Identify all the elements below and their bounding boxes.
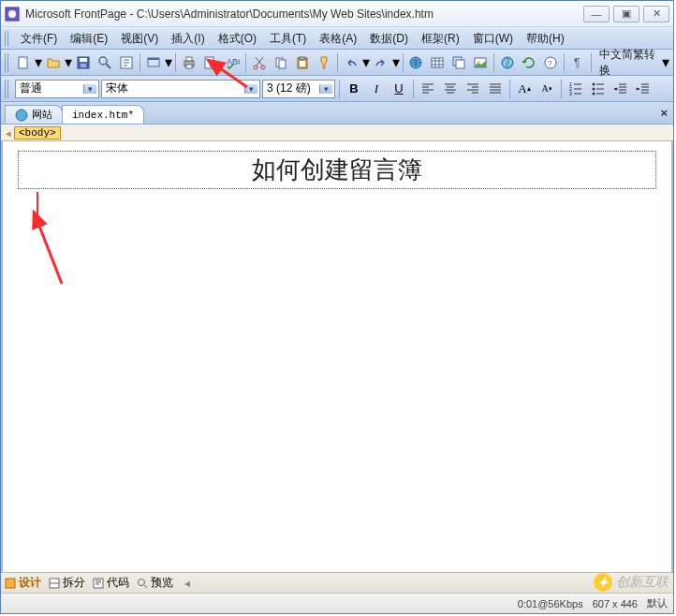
size-dropdown-icon[interactable]: ▾: [319, 84, 332, 94]
close-button[interactable]: ✕: [643, 6, 669, 22]
show-all-button[interactable]: ¶: [567, 52, 588, 73]
search-button[interactable]: [95, 52, 115, 73]
menu-frame[interactable]: 框架(R): [415, 31, 466, 47]
align-right-button[interactable]: [463, 79, 483, 99]
size-combo[interactable]: 3 (12 磅)▾: [262, 80, 335, 98]
insert-picture-button[interactable]: [470, 52, 491, 73]
decrease-font-button[interactable]: A▾: [536, 79, 557, 99]
bullet-list-button[interactable]: [588, 79, 609, 99]
save-button[interactable]: [73, 52, 94, 73]
cn-convert-button[interactable]: 中文简繁转换: [595, 52, 661, 73]
svg-point-6: [99, 57, 107, 65]
insert-layer-button[interactable]: [448, 52, 469, 73]
stop-button[interactable]: ?: [540, 52, 561, 73]
toolbar-separator: [564, 53, 565, 72]
open-dropdown[interactable]: ▾: [65, 53, 72, 71]
svg-text:?: ?: [548, 59, 552, 67]
menu-format[interactable]: 格式(O): [212, 31, 263, 47]
redo-dropdown[interactable]: ▾: [392, 53, 400, 71]
font-dropdown-icon[interactable]: ▾: [244, 84, 257, 94]
svg-rect-10: [148, 58, 159, 60]
view-scroll-left[interactable]: ◂: [184, 577, 190, 590]
tab-close-button[interactable]: ×: [660, 106, 668, 120]
menu-data[interactable]: 数据(D): [363, 31, 415, 47]
minimize-button[interactable]: —: [583, 6, 610, 22]
menubar: 文件(F) 编辑(E) 视图(V) 插入(I) 格式(O) 工具(T) 表格(A…: [1, 27, 673, 50]
spellcheck-button[interactable]: ABC: [222, 52, 242, 73]
menu-insert[interactable]: 插入(I): [165, 31, 211, 47]
preview-dropdown[interactable]: ▾: [165, 53, 172, 71]
numbered-list-button[interactable]: 123: [566, 79, 586, 99]
statusbar: 0:01@56Kbps 607 x 446 默认: [1, 593, 673, 613]
menubar-grip[interactable]: [5, 31, 10, 46]
web-component-button[interactable]: [405, 52, 426, 73]
bold-button[interactable]: B: [344, 79, 364, 99]
increase-font-button[interactable]: A▴: [514, 79, 535, 99]
cut-button[interactable]: [249, 52, 270, 73]
formatting-toolbar: 普通▾ 宋体▾ 3 (12 磅)▾ B I U A▴ A▾ 123: [1, 76, 673, 102]
menu-edit[interactable]: 编辑(E): [64, 31, 114, 47]
menu-window[interactable]: 窗口(W): [466, 31, 520, 47]
tab-index-label: index.htm*: [72, 110, 134, 121]
svg-rect-4: [80, 58, 87, 62]
underline-button[interactable]: U: [389, 79, 409, 99]
view-preview[interactable]: 预览: [137, 575, 173, 591]
view-split-label: 拆分: [63, 575, 85, 591]
svg-text:3: 3: [569, 91, 572, 96]
svg-point-1: [8, 10, 16, 18]
view-design[interactable]: 设计: [5, 575, 41, 591]
preview-browser-button[interactable]: [143, 52, 164, 73]
menu-help[interactable]: 帮助(H): [520, 31, 571, 47]
hyperlink-button[interactable]: [497, 52, 518, 73]
paste-button[interactable]: [292, 52, 313, 73]
view-code[interactable]: 代码: [93, 575, 129, 591]
svg-rect-12: [186, 57, 192, 61]
undo-button[interactable]: [341, 52, 361, 73]
redo-button[interactable]: [371, 52, 391, 73]
style-dropdown-icon[interactable]: ▾: [83, 84, 96, 94]
font-combo[interactable]: 宋体▾: [101, 80, 260, 98]
increase-indent-button[interactable]: [633, 79, 654, 99]
tab-index[interactable]: index.htm*: [62, 105, 144, 124]
view-split[interactable]: 拆分: [49, 575, 85, 591]
toolbar-grip[interactable]: [5, 53, 9, 72]
format-painter-button[interactable]: [314, 52, 334, 73]
align-left-button[interactable]: [418, 79, 438, 99]
tab-website[interactable]: 网站: [5, 105, 63, 124]
annotation-cursor-mark: [37, 192, 38, 220]
insert-table-button[interactable]: [427, 52, 448, 73]
new-dropdown[interactable]: ▾: [35, 53, 42, 71]
format-separator: [561, 80, 562, 98]
align-justify-button[interactable]: [485, 79, 506, 99]
view-design-label: 设计: [19, 575, 41, 591]
standard-toolbar: ▾ ▾ ▾ ABC ▾ ▾ ? ¶ 中文简繁转换▾: [1, 50, 673, 76]
style-combo[interactable]: 普通▾: [15, 80, 99, 98]
menu-file[interactable]: 文件(F): [14, 31, 64, 47]
print-button[interactable]: [179, 52, 199, 73]
publish-button[interactable]: [116, 52, 137, 73]
svg-rect-24: [300, 61, 305, 66]
window-title: Microsoft FrontPage - C:\Users\Administr…: [25, 7, 583, 21]
svg-rect-5: [81, 64, 86, 67]
cn-convert-dropdown[interactable]: ▾: [662, 53, 669, 71]
maximize-button[interactable]: ▣: [613, 6, 639, 22]
format-grip[interactable]: [5, 80, 10, 98]
breadcrumb-back-icon[interactable]: ◂: [3, 127, 14, 139]
menu-table[interactable]: 表格(A): [313, 31, 363, 47]
italic-button[interactable]: I: [366, 79, 387, 99]
menu-tools[interactable]: 工具(T): [263, 31, 313, 47]
new-button[interactable]: [13, 52, 34, 73]
cn-convert-label: 中文简繁转换: [597, 47, 658, 79]
decrease-indent-button[interactable]: [610, 79, 631, 99]
editor-canvas[interactable]: 如何创建留言簿: [1, 141, 673, 572]
menu-view[interactable]: 视图(V): [114, 31, 165, 47]
page-heading[interactable]: 如何创建留言簿: [18, 151, 656, 189]
align-center-button[interactable]: [440, 79, 461, 99]
undo-dropdown[interactable]: ▾: [362, 53, 370, 71]
open-button[interactable]: [43, 52, 64, 73]
copy-button[interactable]: [271, 52, 291, 73]
refresh-button[interactable]: [519, 52, 539, 73]
preview-button[interactable]: [200, 52, 221, 73]
body-tag[interactable]: <body>: [14, 126, 61, 139]
format-separator: [413, 80, 414, 98]
